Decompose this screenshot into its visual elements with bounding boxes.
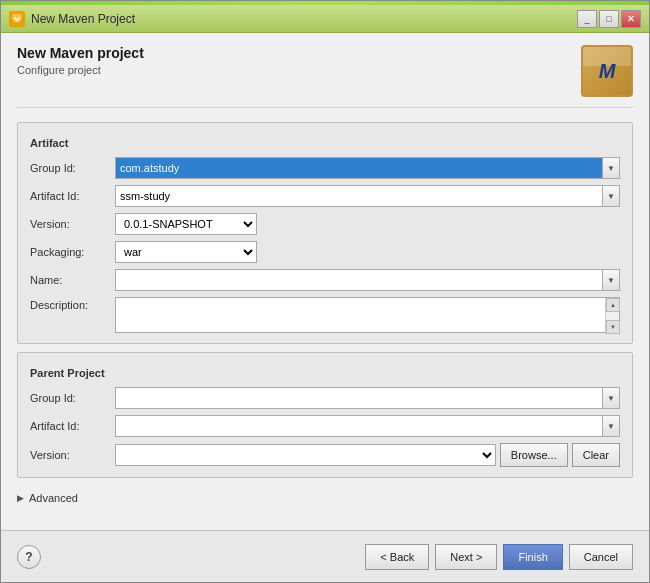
finish-button[interactable]: Finish [503,544,562,570]
packaging-select[interactable]: war jar pom ear [116,242,256,262]
parent-section: Parent Project Group Id: ▼ Artifact Id: … [17,352,633,478]
footer: ? < Back Next > Finish Cancel [1,530,649,582]
parent-artifact-id-field-wrap: ▼ [115,415,620,437]
title-bar: M New Maven Project _ □ ✕ [1,5,649,33]
parent-group-id-field-wrap: ▼ [115,387,620,409]
group-id-input[interactable] [115,157,602,179]
dialog-content: New Maven project Configure project M Ar… [1,33,649,530]
advanced-arrow-icon: ▶ [17,493,24,503]
parent-artifact-id-label: Artifact Id: [30,420,115,432]
parent-artifact-id-input[interactable] [115,415,602,437]
version-wrap: 0.0.1-SNAPSHOT 1.0.0-SNAPSHOT 1.0.0 [115,213,620,235]
page-header: New Maven project Configure project M [17,45,633,108]
packaging-wrap: war jar pom ear [115,241,620,263]
parent-version-label: Version: [30,449,115,461]
description-input[interactable] [116,298,605,332]
maven-logo: M [581,45,633,97]
packaging-select-wrap: war jar pom ear [115,241,257,263]
description-field-wrap: ▲ ▼ [115,297,620,333]
name-input[interactable] [115,269,602,291]
browse-button[interactable]: Browse... [500,443,568,467]
main-window: M New Maven Project _ □ ✕ New Maven proj… [0,0,650,583]
artifact-id-field-wrap: ▼ [115,185,620,207]
description-scrollbar: ▲ ▼ [605,298,619,334]
window-icon: M [9,11,25,27]
parent-version-select-wrap [115,444,496,466]
maximize-button[interactable]: □ [599,10,619,28]
artifact-section-label: Artifact [30,137,620,149]
packaging-label: Packaging: [30,246,115,258]
group-id-dropdown[interactable]: ▼ [602,157,620,179]
artifact-id-label: Artifact Id: [30,190,115,202]
version-row: Version: 0.0.1-SNAPSHOT 1.0.0-SNAPSHOT 1… [30,213,620,235]
next-button[interactable]: Next > [435,544,497,570]
help-button[interactable]: ? [17,545,41,569]
name-row: Name: ▼ [30,269,620,291]
page-header-text: New Maven project Configure project [17,45,581,76]
close-button[interactable]: ✕ [621,10,641,28]
scroll-up-btn[interactable]: ▲ [606,298,620,312]
window-title: New Maven Project [31,12,577,26]
group-id-field-wrap: ▼ [115,157,620,179]
description-row: Description: ▲ ▼ [30,297,620,333]
artifact-id-dropdown[interactable]: ▼ [602,185,620,207]
artifact-id-row: Artifact Id: ▼ [30,185,620,207]
name-field-wrap: ▼ [115,269,620,291]
parent-version-wrap: Browse... Clear [115,443,620,467]
advanced-label: Advanced [29,492,78,504]
description-label: Description: [30,297,115,311]
maven-logo-letter: M [599,60,616,83]
parent-group-id-dropdown[interactable]: ▼ [602,387,620,409]
minimize-button[interactable]: _ [577,10,597,28]
group-id-row: Group Id: ▼ [30,157,620,179]
group-id-label: Group Id: [30,162,115,174]
window-controls: _ □ ✕ [577,10,641,28]
svg-text:M: M [14,16,20,23]
version-select-wrap: 0.0.1-SNAPSHOT 1.0.0-SNAPSHOT 1.0.0 [115,213,257,235]
version-label: Version: [30,218,115,230]
version-select[interactable]: 0.0.1-SNAPSHOT 1.0.0-SNAPSHOT 1.0.0 [116,214,256,234]
parent-group-id-row: Group Id: ▼ [30,387,620,409]
packaging-row: Packaging: war jar pom ear [30,241,620,263]
advanced-row[interactable]: ▶ Advanced [17,492,633,504]
back-button[interactable]: < Back [365,544,429,570]
page-title: New Maven project [17,45,581,61]
parent-artifact-id-row: Artifact Id: ▼ [30,415,620,437]
name-label: Name: [30,274,115,286]
artifact-id-input[interactable] [115,185,602,207]
parent-group-id-label: Group Id: [30,392,115,404]
scroll-down-btn[interactable]: ▼ [606,320,620,334]
footer-left: ? [17,545,365,569]
footer-buttons: < Back Next > Finish Cancel [365,544,633,570]
parent-section-label: Parent Project [30,367,620,379]
parent-group-id-input[interactable] [115,387,602,409]
name-dropdown[interactable]: ▼ [602,269,620,291]
parent-artifact-id-dropdown[interactable]: ▼ [602,415,620,437]
cancel-button[interactable]: Cancel [569,544,633,570]
parent-version-row: Version: Browse... Clear [30,443,620,467]
page-subtitle: Configure project [17,64,581,76]
clear-button[interactable]: Clear [572,443,620,467]
artifact-section: Artifact Group Id: ▼ Artifact Id: ▼ Vers… [17,122,633,344]
parent-version-select[interactable] [116,445,495,465]
